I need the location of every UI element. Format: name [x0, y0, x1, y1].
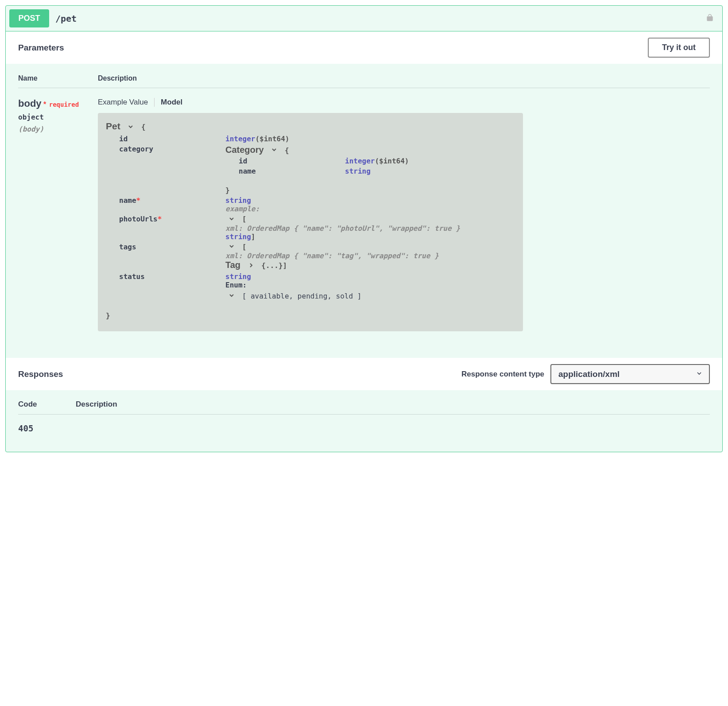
try-it-out-button[interactable]: Try it out — [648, 38, 710, 58]
operation-block: POST /pet Parameters Try it out Name Des… — [5, 5, 723, 452]
column-description-header: Description — [98, 74, 710, 82]
unlock-icon[interactable] — [705, 12, 719, 25]
parameters-body: Name Description body * required object … — [6, 64, 722, 358]
photo-item-type: string — [225, 233, 251, 241]
tab-example-value[interactable]: Example Value — [98, 98, 154, 107]
response-code: 405 — [18, 423, 76, 433]
prop-cat-id-type: integer — [345, 157, 375, 165]
model-title-pet: Pet — [106, 121, 120, 132]
response-content-type-select[interactable]: application/xml — [550, 364, 710, 384]
enum-label: Enum: — [225, 281, 361, 289]
required-label: required — [48, 101, 79, 108]
prop-cat-id: id — [239, 157, 345, 165]
brace-open: { — [141, 123, 146, 131]
prop-cat-id-format: ($int64) — [375, 157, 409, 165]
tab-model[interactable]: Model — [161, 98, 189, 107]
parameters-header: Parameters Try it out — [6, 31, 722, 64]
param-name: body — [18, 98, 42, 109]
photo-bracket-close: ] — [251, 233, 256, 241]
parameters-title: Parameters — [18, 43, 64, 53]
required-star: * — [43, 101, 46, 108]
toggle-enum[interactable] — [228, 292, 235, 301]
prop-cat-name-type: string — [345, 167, 371, 175]
model-title-tag: Tag — [225, 260, 240, 270]
enum-values: [ available, pending, sold ] — [242, 292, 362, 300]
column-name-header: Name — [18, 74, 98, 82]
prop-status: status — [119, 272, 225, 281]
param-in: (body) — [18, 125, 98, 133]
http-method-badge: POST — [9, 9, 49, 27]
param-description-cell: Example Value Model Pet { id — [98, 98, 710, 331]
model-title-category: Category — [225, 145, 264, 155]
category-brace-open: { — [285, 146, 289, 155]
endpoint-path: /pet — [49, 13, 705, 24]
operation-summary[interactable]: POST /pet — [6, 6, 722, 31]
tags-xml-note: xml: OrderedMap { "name": "tag", "wrappe… — [225, 252, 439, 260]
toggle-pet[interactable] — [127, 123, 134, 132]
responses-body: Code Description 405 — [6, 390, 722, 452]
prop-category: category — [119, 145, 225, 153]
prop-status-type: string — [225, 272, 361, 281]
toggle-category[interactable] — [271, 146, 278, 155]
prop-id-type: integer — [225, 135, 255, 143]
response-code-header: Code — [18, 400, 76, 409]
tag-collapsed: {...}] — [261, 261, 287, 270]
prop-photourls: photoUrls* — [119, 215, 225, 223]
tab-divider — [154, 98, 155, 107]
prop-id: id — [119, 135, 225, 143]
toggle-photourls[interactable] — [228, 215, 235, 224]
toggle-tags[interactable] — [228, 243, 235, 252]
toggle-tag[interactable] — [248, 262, 255, 271]
photo-bracket-open: [ — [242, 215, 247, 223]
prop-id-format: ($int64) — [255, 135, 289, 143]
tags-bracket-open: [ — [242, 243, 247, 251]
photo-xml-note: xml: OrderedMap { "name": "photoUrl", "w… — [225, 224, 460, 233]
prop-cat-name: name — [239, 167, 345, 175]
responses-title: Responses — [18, 369, 63, 379]
param-type: object — [18, 113, 98, 121]
example-label: example: — [225, 205, 259, 213]
param-name-cell: body * required object (body) — [18, 98, 98, 331]
prop-name: name* — [119, 196, 225, 205]
model-box: Pet { id integer($int64) category — [98, 113, 523, 331]
category-brace-close: } — [225, 186, 230, 194]
prop-name-type: string — [225, 196, 259, 205]
responses-header: Responses Response content type applicat… — [6, 358, 722, 390]
response-content-type-label: Response content type — [461, 370, 544, 379]
response-description-header: Description — [76, 400, 710, 409]
pet-brace-close: } — [106, 311, 515, 320]
prop-tags: tags — [119, 243, 225, 251]
